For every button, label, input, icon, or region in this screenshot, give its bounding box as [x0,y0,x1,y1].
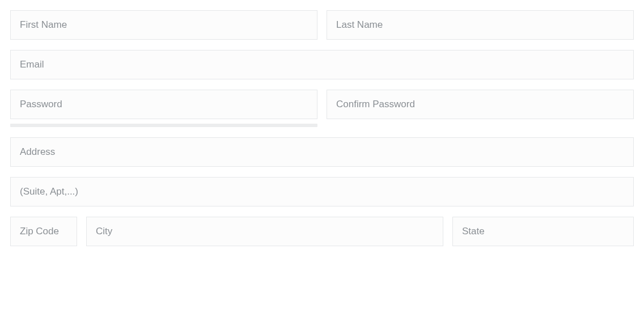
state-input[interactable] [452,217,634,246]
password-row [10,90,634,119]
email-row [10,50,634,79]
name-row [10,10,634,40]
zip-code-input[interactable] [10,217,77,246]
password-input[interactable] [10,90,317,119]
confirm-password-input[interactable] [327,90,634,119]
address2-input[interactable] [10,177,634,206]
last-name-input[interactable] [327,10,634,40]
registration-form [10,10,634,246]
email-input[interactable] [10,50,634,79]
first-name-input[interactable] [10,10,317,40]
city-input[interactable] [86,217,443,246]
location-row [10,217,634,246]
address2-row [10,177,634,206]
address-row [10,137,634,167]
password-strength-bar [10,124,317,127]
address-input[interactable] [10,137,634,167]
